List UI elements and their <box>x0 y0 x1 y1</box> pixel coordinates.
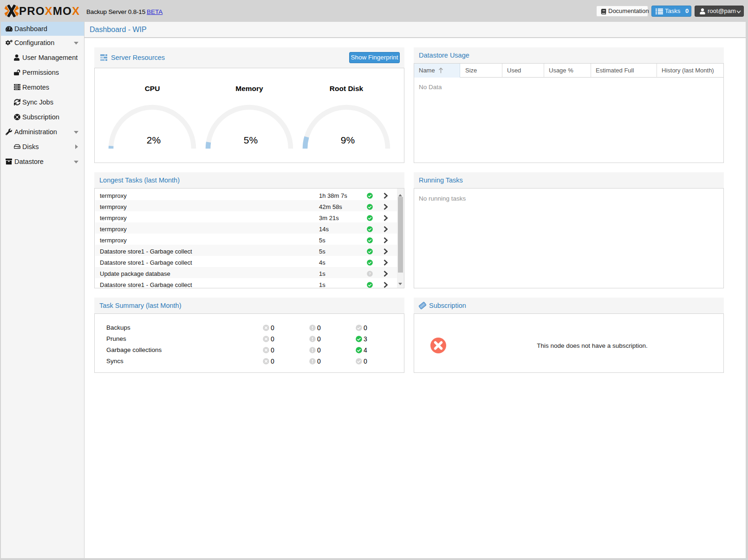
svg-text:?: ? <box>369 272 371 276</box>
